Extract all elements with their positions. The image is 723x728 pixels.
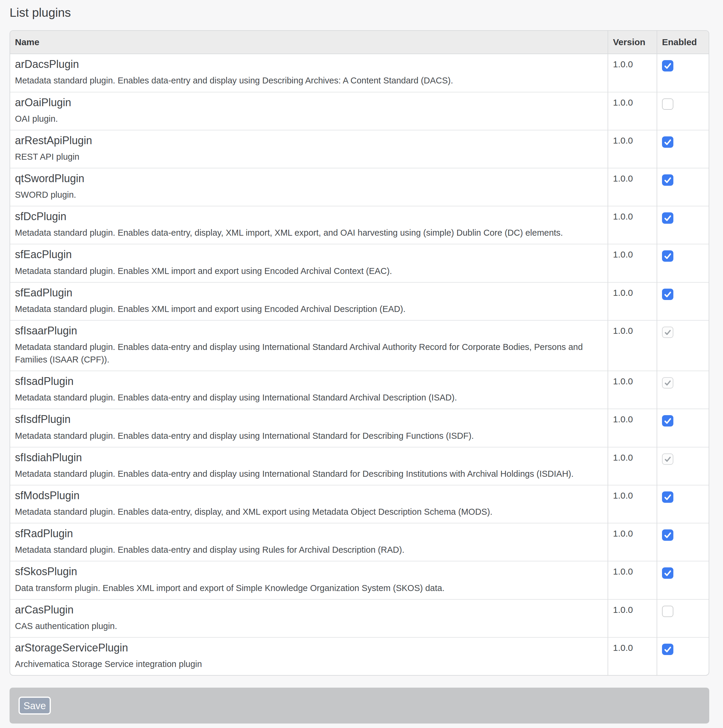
enabled-checkbox[interactable] (662, 98, 673, 110)
plugin-version: 1.0.0 (608, 282, 657, 320)
checkmark-icon (662, 174, 673, 186)
plugin-description: Metadata standard plugin. Enables data-e… (15, 505, 603, 518)
plugin-description: Metadata standard plugin. Enables XML im… (15, 265, 603, 277)
checkmark-icon (662, 567, 673, 579)
plugin-name: sfIsdfPlugin (15, 413, 603, 426)
table-row: arCasPlugin CAS authentication plugin. 1… (10, 599, 709, 637)
plugin-version: 1.0.0 (608, 168, 657, 206)
actions-bar: Save (9, 688, 709, 723)
plugin-description: Metadata standard plugin. Enables data-e… (15, 468, 603, 480)
table-row: sfIsadPlugin Metadata standard plugin. E… (10, 370, 709, 408)
checkmark-icon (662, 415, 673, 427)
table-row: sfEadPlugin Metadata standard plugin. En… (10, 282, 709, 320)
plugin-name: arOaiPlugin (15, 96, 603, 109)
plugin-description: Metadata standard plugin. Enables data-e… (15, 226, 603, 239)
enabled-checkbox[interactable] (662, 136, 673, 148)
plugin-version: 1.0.0 (608, 637, 657, 675)
enabled-checkbox[interactable] (662, 250, 673, 262)
table-row: sfRadPlugin Metadata standard plugin. En… (10, 523, 709, 561)
save-button[interactable]: Save (18, 697, 51, 714)
enabled-checkbox[interactable] (662, 213, 673, 224)
table-row: sfEacPlugin Metadata standard plugin. En… (10, 244, 709, 282)
plugin-version: 1.0.0 (608, 485, 657, 523)
column-header-enabled: Enabled (657, 31, 709, 54)
checkmark-icon (662, 136, 673, 148)
plugin-name: arCasPlugin (15, 603, 603, 616)
enabled-checkbox[interactable] (662, 567, 673, 579)
plugin-description: CAS authentication plugin. (15, 620, 603, 632)
table-row: arDacsPlugin Metadata standard plugin. E… (10, 54, 709, 92)
enabled-checkbox[interactable] (662, 60, 673, 72)
table-row: qtSwordPlugin SWORD plugin. 1.0.0 (10, 168, 709, 206)
table-row: arOaiPlugin OAI plugin. 1.0.0 (10, 92, 709, 130)
plugin-name: sfIsdiahPlugin (15, 451, 603, 464)
plugin-version: 1.0.0 (608, 244, 657, 282)
enabled-checkbox[interactable] (662, 606, 673, 617)
plugins-table-container: Name Version Enabled arDacsPlugin Metada… (9, 30, 709, 676)
checkmark-icon (662, 250, 673, 262)
plugin-name: qtSwordPlugin (15, 172, 603, 185)
table-row: sfIsaarPlugin Metadata standard plugin. … (10, 320, 709, 370)
plugin-version: 1.0.0 (608, 447, 657, 485)
plugin-version: 1.0.0 (608, 561, 657, 599)
plugin-version: 1.0.0 (608, 206, 657, 244)
checkmark-icon (662, 213, 673, 224)
page-title: List plugins (9, 0, 709, 30)
enabled-checkbox[interactable] (662, 289, 673, 300)
enabled-checkbox[interactable] (662, 174, 673, 186)
plugin-version: 1.0.0 (608, 54, 657, 92)
checkmark-icon (663, 378, 673, 388)
plugin-name: arDacsPlugin (15, 58, 603, 70)
plugin-version: 1.0.0 (608, 599, 657, 637)
plugin-name: sfEadPlugin (15, 286, 603, 299)
column-header-version: Version (608, 31, 657, 54)
main-content: List plugins Name Version Enabled arDacs… (9, 0, 709, 723)
table-row: sfDcPlugin Metadata standard plugin. Ena… (10, 206, 709, 244)
plugin-name: sfDcPlugin (15, 210, 603, 223)
checkmark-icon (662, 289, 673, 300)
enabled-checkbox[interactable] (662, 415, 673, 427)
plugin-name: sfModsPlugin (15, 489, 603, 502)
plugin-name: sfEacPlugin (15, 248, 603, 261)
checkmark-icon (662, 529, 673, 541)
table-row: sfModsPlugin Metadata standard plugin. E… (10, 485, 709, 523)
plugin-description: Metadata standard plugin. Enables data-e… (15, 543, 603, 556)
column-header-name: Name (10, 31, 608, 54)
plugin-description: Metadata standard plugin. Enables data-e… (15, 74, 603, 87)
plugin-description: OAI plugin. (15, 112, 603, 125)
plugin-name: arRestApiPlugin (15, 134, 603, 147)
plugin-description: Archivematica Storage Service integratio… (15, 658, 603, 670)
checkmark-icon (663, 327, 673, 337)
enabled-checkbox[interactable] (662, 529, 673, 541)
plugin-version: 1.0.0 (608, 523, 657, 561)
plugin-description: Metadata standard plugin. Enables data-e… (15, 341, 603, 366)
plugin-description: REST API plugin (15, 150, 603, 163)
enabled-checkbox (662, 327, 673, 338)
enabled-checkbox[interactable] (662, 491, 673, 503)
plugin-description: Metadata standard plugin. Enables data-e… (15, 391, 603, 404)
table-row: arRestApiPlugin REST API plugin 1.0.0 (10, 130, 709, 168)
plugin-description: SWORD plugin. (15, 188, 603, 201)
table-row: arStorageServicePlugin Archivematica Sto… (10, 637, 709, 675)
checkmark-icon (663, 454, 673, 464)
checkmark-icon (662, 491, 673, 503)
enabled-checkbox (662, 377, 673, 388)
plugin-version: 1.0.0 (608, 408, 657, 447)
plugin-name: arStorageServicePlugin (15, 641, 603, 654)
plugin-name: sfSkosPlugin (15, 565, 603, 578)
enabled-checkbox[interactable] (662, 644, 673, 655)
checkmark-icon (662, 60, 673, 72)
plugin-version: 1.0.0 (608, 370, 657, 408)
table-row: sfSkosPlugin Data transform plugin. Enab… (10, 561, 709, 599)
plugin-description: Data transform plugin. Enables XML impor… (15, 582, 603, 594)
table-row: sfIsdfPlugin Metadata standard plugin. E… (10, 408, 709, 447)
plugin-version: 1.0.0 (608, 130, 657, 168)
table-header-row: Name Version Enabled (10, 31, 709, 54)
plugin-version: 1.0.0 (608, 92, 657, 130)
plugins-table: Name Version Enabled arDacsPlugin Metada… (10, 31, 709, 675)
plugin-name: sfIsadPlugin (15, 375, 603, 388)
plugin-version: 1.0.0 (608, 320, 657, 370)
enabled-checkbox (662, 453, 673, 465)
plugin-name: sfIsaarPlugin (15, 324, 603, 337)
table-row: sfIsdiahPlugin Metadata standard plugin.… (10, 447, 709, 485)
